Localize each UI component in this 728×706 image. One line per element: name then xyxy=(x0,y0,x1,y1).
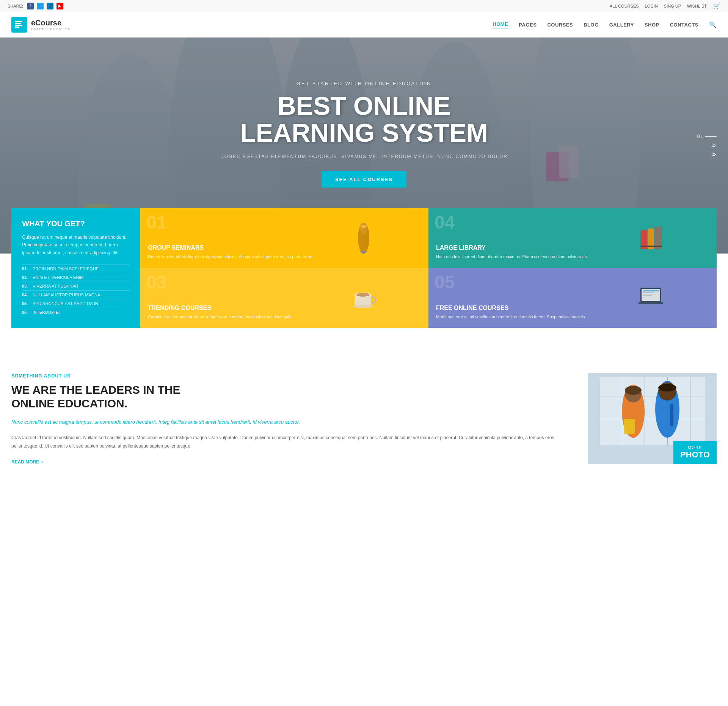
logo-text: eCourse ONLINE EDUCATION xyxy=(31,19,71,31)
svg-rect-30 xyxy=(643,295,652,296)
nav-pages[interactable]: PAGES xyxy=(519,22,537,28)
svg-point-47 xyxy=(658,384,676,391)
hero-description: DONEC EGESTAS ELEMENTUM FAUCIBUS. VIVAMU… xyxy=(220,154,508,159)
slide-2[interactable]: 02 xyxy=(712,143,717,148)
free-online-courses-card: 05 FREE ONLINE COURSES Morbi non erat ac… xyxy=(428,268,717,328)
svg-rect-19 xyxy=(640,246,662,247)
card-num-1: 01 xyxy=(146,212,166,233)
pen-image xyxy=(299,208,428,268)
hero-content: GET STARTED WITH ONLINE EDUCATION BEST O… xyxy=(213,58,515,233)
youtube-icon[interactable]: ▶ xyxy=(56,3,63,9)
svg-rect-2 xyxy=(15,25,22,26)
slide-label-1: 01 xyxy=(697,134,702,139)
hero-title-line2: LEARNING SYSTEM xyxy=(240,118,488,147)
features-section: WHAT YOU GET? Quisque rutrum neque et ma… xyxy=(0,208,728,351)
login-link[interactable]: LOGIN xyxy=(645,4,658,8)
coffee-image xyxy=(299,268,428,328)
about-section: SOMETHING ABOUT US WE ARE THE LEADERS IN… xyxy=(0,351,728,487)
svg-rect-39 xyxy=(599,396,705,396)
large-library-card: 04 LARGE LIBRARY Nam nec felis laoreet d… xyxy=(428,208,717,268)
list-text-2: ENIM ET, VEHICULA ENIM xyxy=(33,275,83,280)
chevron-right-icon: › xyxy=(41,459,43,465)
twitter-icon[interactable]: t xyxy=(37,3,44,9)
trending-courses-card: 03 TRENDING COURSES Curabitur vel tempus… xyxy=(140,268,428,328)
slide-1[interactable]: 01 xyxy=(697,134,717,139)
photo-overlay: MORE PHOTO xyxy=(673,441,717,464)
card-num-2: 04 xyxy=(435,212,455,233)
main-nav: HOME PAGES COURSES BLOG GALLERY SHOP CON… xyxy=(493,21,717,28)
svg-point-23 xyxy=(356,293,370,297)
card-num-3: 03 xyxy=(146,272,166,293)
read-more-label: READ MORE xyxy=(11,459,39,465)
svg-marker-14 xyxy=(360,251,367,254)
photo-label: PHOTO xyxy=(680,450,710,460)
nav-gallery[interactable]: GALLERY xyxy=(609,22,634,28)
slide-3[interactable]: 03 xyxy=(712,152,717,157)
svg-rect-44 xyxy=(624,419,635,434)
what-you-get-card: WHAT YOU GET? Quisque rutrum neque et ma… xyxy=(11,208,140,328)
about-left: SOMETHING ABOUT US WE ARE THE LEADERS IN… xyxy=(11,373,569,465)
about-right: MORE PHOTO xyxy=(588,373,717,464)
facebook-icon[interactable]: f xyxy=(27,3,34,9)
hero-title-line1: BEST ONLINE xyxy=(277,91,450,120)
svg-rect-15 xyxy=(361,225,366,228)
svg-rect-1 xyxy=(15,23,21,24)
list-item-5: 05. SED RHONCUS EST SAGITTIS IN xyxy=(22,299,130,308)
slide-label-2: 02 xyxy=(712,143,717,148)
list-num-5: 05. xyxy=(22,301,30,306)
linkedin-icon[interactable]: in xyxy=(47,3,53,9)
top-bar-left: SHARE: f t in ▶ xyxy=(8,3,63,9)
top-bar-right: ALL COURSES LOGIN SING UP WISHLIST 🛒 xyxy=(610,2,720,9)
about-body: Cras laoreet id tortor id vestibulum. Nu… xyxy=(11,434,569,450)
list-text-5: SED RHONCUS EST SAGITTIS IN xyxy=(33,301,98,306)
feature-grid: 01 GROUP SEMINARS Donec consequat elit l… xyxy=(140,208,717,328)
share-label: SHARE: xyxy=(8,4,23,8)
list-text-4: NULLAM AUCTOR PURUS MAGNA xyxy=(33,293,100,297)
slide-label-3: 03 xyxy=(712,152,717,157)
about-title: WE ARE THE LEADERS IN THE ONLINE EDUCATI… xyxy=(11,383,569,410)
list-num-6: 06. xyxy=(22,310,30,315)
list-item-3: 03. VIVERRA AT PULVINAR xyxy=(22,282,130,290)
logo-icon xyxy=(11,17,27,33)
list-num-4: 04. xyxy=(22,293,30,297)
all-courses-link[interactable]: ALL COURSES xyxy=(610,4,639,8)
slide-indicators: 01 02 03 xyxy=(697,134,717,157)
nav-home[interactable]: HOME xyxy=(493,21,508,28)
brand-tagline: ONLINE EDUCATION xyxy=(31,27,71,31)
logo: eCourse ONLINE EDUCATION xyxy=(11,17,71,33)
list-text-3: VIVERRA AT PULVINAR xyxy=(33,284,78,288)
signup-link[interactable]: SING UP xyxy=(664,4,681,8)
svg-point-43 xyxy=(625,386,642,395)
nav-blog[interactable]: BLOG xyxy=(584,22,599,28)
social-icons: f t in ▶ xyxy=(27,3,63,9)
see-all-courses-button[interactable]: SEE ALL COURSES xyxy=(322,171,406,188)
svg-rect-28 xyxy=(643,292,654,293)
svg-rect-40 xyxy=(599,419,705,419)
group-seminars-card: 01 GROUP SEMINARS Donec consequat elit l… xyxy=(140,208,428,268)
svg-rect-48 xyxy=(670,404,673,426)
list-item-1: 01. PROIN NON ENIM SCELERISQUE xyxy=(22,264,130,273)
list-item-4: 04. NULLAM AUCTOR PURUS MAGNA xyxy=(22,290,130,299)
read-more-link[interactable]: READ MORE › xyxy=(11,459,569,465)
wishlist-link[interactable]: WISHLIST xyxy=(687,4,707,8)
svg-rect-38 xyxy=(690,377,690,445)
nav-contacts[interactable]: CONTACTS xyxy=(670,22,698,28)
top-bar: SHARE: f t in ▶ ALL COURSES LOGIN SING U… xyxy=(0,0,728,12)
cart-icon[interactable]: 🛒 xyxy=(713,2,720,9)
list-item-2: 02. ENIM ET, VEHICULA ENIM xyxy=(22,273,130,282)
nav-courses[interactable]: COURSES xyxy=(547,22,573,28)
svg-point-24 xyxy=(353,304,373,308)
nav-shop[interactable]: SHOP xyxy=(645,22,659,28)
what-you-get-title: WHAT YOU GET? xyxy=(22,219,130,228)
slide-line-1 xyxy=(705,136,717,137)
header: eCourse ONLINE EDUCATION HOME PAGES COUR… xyxy=(0,12,728,38)
svg-rect-36 xyxy=(645,377,645,445)
about-tag: SOMETHING ABOUT US xyxy=(11,373,569,379)
card-num-4: 05 xyxy=(435,272,455,293)
list-text-6: INTERDUM ET xyxy=(33,310,61,315)
about-title-line2: ONLINE EDUCATION. xyxy=(11,397,127,410)
hero-title: BEST ONLINE LEARNING SYSTEM xyxy=(220,92,508,147)
list-text-1: PROIN NON ENIM SCELERISQUE xyxy=(33,266,99,271)
svg-rect-33 xyxy=(599,377,705,445)
search-icon[interactable]: 🔍 xyxy=(709,21,717,28)
